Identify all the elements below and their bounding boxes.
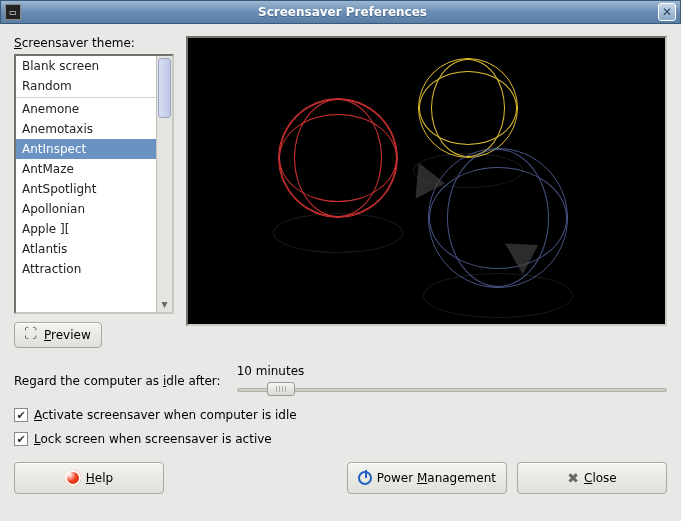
fullscreen-icon [25,328,39,342]
close-icon: ✖ [567,470,579,486]
wireframe-sphere-blue [428,148,568,288]
idle-value: 10 minutes [237,364,667,378]
theme-item[interactable]: Atlantis [16,239,156,259]
theme-item[interactable]: Apollonian [16,199,156,219]
theme-item[interactable]: AntInspect [16,139,156,159]
list-separator [16,97,156,98]
scrollbar-thumb[interactable] [158,58,171,118]
theme-item[interactable]: Blank screen [16,56,156,76]
wireframe-sphere-yellow [418,58,518,158]
preview-pane [186,36,667,326]
lock-checkbox-row[interactable]: ✔ Lock screen when screensaver is active [14,432,667,446]
arrow-icon [415,163,446,201]
theme-label: Screensaver theme: [14,36,174,50]
close-button[interactable]: ✖ Close [517,462,667,494]
theme-listbox[interactable]: Blank screenRandomAnemoneAnemotaxisAntIn… [14,54,174,314]
activate-checkbox[interactable]: ✔ [14,408,28,422]
scrollbar[interactable]: ▾ [156,56,172,312]
window-close-button[interactable]: ✕ [658,3,676,21]
app-icon: ▭ [5,4,21,20]
power-button-label: Power Management [377,471,496,485]
activate-label: Activate screensaver when computer is id… [34,408,297,422]
scroll-down-icon[interactable]: ▾ [158,297,171,311]
power-management-button[interactable]: Power Management [347,462,507,494]
theme-item[interactable]: Attraction [16,259,156,279]
preview-button-label: Preview [44,328,91,342]
lock-checkbox[interactable]: ✔ [14,432,28,446]
theme-item[interactable]: Anemotaxis [16,119,156,139]
activate-checkbox-row[interactable]: ✔ Activate screensaver when computer is … [14,408,667,422]
help-icon [65,470,81,486]
idle-slider[interactable] [237,380,667,398]
idle-label: Regard the computer as idle after: [14,374,221,388]
help-button-label: Help [86,471,113,485]
close-button-label: Close [584,471,617,485]
power-icon [358,471,372,485]
theme-item[interactable]: AntMaze [16,159,156,179]
theme-item[interactable]: Apple ][ [16,219,156,239]
preview-button[interactable]: Preview [14,322,102,348]
theme-item[interactable]: Random [16,76,156,96]
theme-item[interactable]: AntSpotlight [16,179,156,199]
window-title: Screensaver Preferences [27,5,658,19]
lock-label: Lock screen when screensaver is active [34,432,272,446]
help-button[interactable]: Help [14,462,164,494]
titlebar: ▭ Screensaver Preferences ✕ [0,0,681,24]
wireframe-sphere-red [278,98,398,218]
slider-thumb[interactable] [267,382,295,396]
theme-item[interactable]: Anemone [16,99,156,119]
